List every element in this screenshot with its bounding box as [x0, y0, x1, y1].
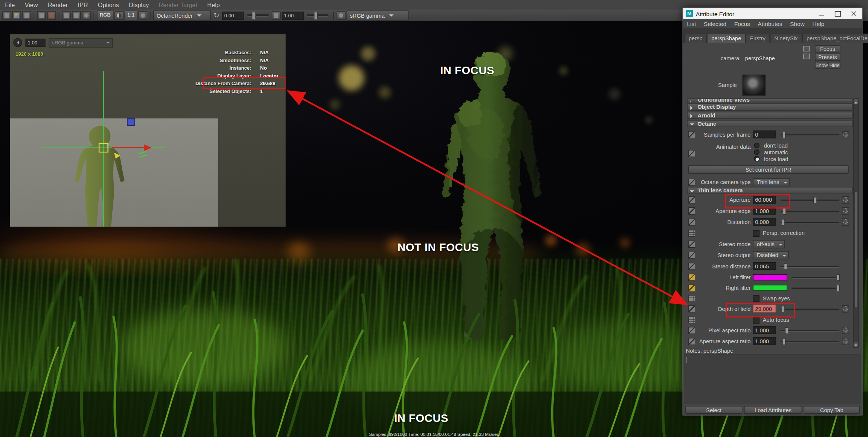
presets-button[interactable]: Presets — [815, 54, 840, 61]
snapshot-icon[interactable] — [82, 11, 91, 20]
left-filter-swatch[interactable] — [753, 274, 787, 280]
keep-image-icon[interactable] — [62, 11, 71, 20]
sample-swatch[interactable] — [742, 75, 766, 96]
minimize-button[interactable] — [814, 8, 830, 19]
remove-image-icon[interactable] — [72, 11, 81, 20]
gamma-slider[interactable] — [307, 14, 329, 17]
left-filter-slider[interactable] — [792, 277, 839, 279]
hide-button[interactable]: Hide — [829, 62, 840, 69]
octane-camera-type-dropdown[interactable]: Thin lens — [753, 178, 790, 186]
aperture-edge-field[interactable] — [753, 207, 776, 215]
menu-help[interactable]: Help — [202, 2, 225, 8]
set-current-for-ipr-button[interactable]: Set current for IPR — [688, 165, 848, 174]
contrast-icon[interactable] — [272, 11, 281, 20]
ae-menu-help[interactable]: Help — [808, 20, 828, 27]
one-to-one-button[interactable]: 1:1 — [125, 11, 138, 20]
section-arnold[interactable]: Arnold — [687, 112, 853, 119]
stereo-distance-slider[interactable] — [781, 266, 839, 268]
show-button[interactable]: Show — [815, 62, 828, 69]
attribute-editor-titlebar[interactable]: Attribute Editor — [683, 8, 862, 19]
stereo-output-dropdown[interactable]: Disabled — [753, 251, 789, 259]
aperture-field[interactable] — [753, 196, 776, 204]
aperture-slider[interactable] — [781, 199, 839, 201]
menu-display[interactable]: Display — [124, 2, 154, 8]
color-management-icon[interactable] — [336, 11, 345, 20]
pin-tab-icon[interactable] — [803, 54, 810, 59]
tab-firstry[interactable]: Firstry — [746, 34, 770, 43]
depth-of-field-field[interactable] — [753, 305, 776, 313]
alpha-channel-icon[interactable] — [115, 11, 124, 20]
tab-ninetysix[interactable]: NinetySix — [770, 34, 802, 43]
scroll-up-button[interactable] — [854, 99, 858, 104]
texture-map-button[interactable] — [842, 218, 849, 225]
tab-perspshape[interactable]: perspShape — [707, 34, 746, 43]
stereo-mode-dropdown[interactable]: off-axis — [753, 240, 785, 248]
tab-octfocaldepth[interactable]: perspShape_octFocalDepth — [802, 34, 868, 43]
ae-menu-focus[interactable]: Focus — [730, 20, 754, 27]
pause-icon[interactable] — [37, 11, 46, 20]
menu-view[interactable]: View — [20, 2, 43, 8]
load-attributes-button[interactable]: Load Attributes — [744, 406, 802, 414]
focus-button[interactable]: Focus — [815, 45, 840, 52]
stereo-distance-field[interactable] — [753, 262, 776, 270]
persp-correction-checkbox[interactable] — [753, 230, 760, 237]
gamma-field[interactable] — [282, 11, 304, 20]
aperture-edge-slider[interactable] — [781, 211, 839, 212]
section-thin-lens-camera[interactable]: Thin lens camera — [687, 187, 853, 194]
section-clipped[interactable]: Orthographic Views — [687, 99, 853, 102]
menu-ipr[interactable]: IPR — [73, 2, 93, 8]
scroll-down-button[interactable] — [854, 343, 858, 347]
aperture-aspect-ratio-field[interactable] — [753, 337, 776, 345]
swap-eyes-checkbox[interactable] — [753, 295, 760, 302]
inset-exposure-field[interactable] — [26, 38, 46, 47]
ae-menu-show[interactable]: Show — [786, 20, 808, 27]
inset-color-space-dropdown[interactable]: sRGB gamma — [49, 38, 113, 47]
refresh-icon[interactable]: ↻ — [212, 12, 221, 20]
texture-map-button[interactable] — [842, 131, 849, 138]
depth-of-field-slider[interactable] — [781, 309, 839, 310]
zoom-icon[interactable] — [138, 11, 147, 20]
section-octane[interactable]: Octane — [687, 120, 853, 127]
close-button[interactable] — [846, 8, 862, 19]
ipr-render-icon[interactable] — [22, 11, 31, 20]
radio-automatic[interactable] — [754, 149, 760, 155]
tab-persp[interactable]: persp — [684, 34, 707, 43]
radio-dont-load[interactable] — [754, 143, 760, 148]
render-icon[interactable] — [12, 11, 21, 20]
exposure-field[interactable] — [222, 11, 244, 20]
open-scene-icon[interactable] — [2, 11, 11, 20]
viewport-inset[interactable]: sRGB gamma 1920 x 1080 Backfaces: N/A Sm… — [10, 34, 286, 227]
notes-textarea[interactable] — [684, 355, 861, 404]
renderer-dropdown[interactable]: OctaneRender — [153, 11, 211, 20]
aperture-aspect-ratio-slider[interactable] — [781, 341, 839, 343]
maximize-button[interactable] — [830, 8, 846, 19]
copy-tab-icon[interactable] — [803, 46, 810, 52]
compound-attribute-icon[interactable] — [688, 295, 695, 302]
view-transform-dropdown[interactable]: sRGB gamma — [347, 11, 409, 20]
scrollbar-thumb[interactable] — [854, 191, 858, 308]
radio-force-load[interactable] — [754, 156, 760, 161]
ae-menu-attributes[interactable]: Attributes — [754, 20, 786, 27]
right-filter-slider[interactable] — [792, 288, 839, 289]
rgb-channels-button[interactable]: RGB — [97, 11, 113, 20]
menu-options[interactable]: Options — [93, 2, 124, 8]
select-button[interactable]: Select — [685, 406, 742, 414]
distortion-slider[interactable] — [781, 222, 839, 223]
attribute-scrollbar[interactable] — [853, 99, 859, 348]
texture-map-button[interactable] — [842, 207, 849, 215]
samples-per-frame-field[interactable] — [753, 131, 776, 139]
distortion-field[interactable] — [753, 218, 776, 226]
keyable-icon[interactable] — [688, 150, 695, 157]
texture-map-button[interactable] — [842, 196, 849, 204]
menu-file[interactable]: File — [0, 2, 20, 8]
pixel-aspect-ratio-slider[interactable] — [781, 330, 839, 332]
stop-render-icon[interactable] — [47, 11, 56, 20]
exposure-toggle-icon[interactable] — [13, 38, 22, 47]
auto-focus-checkbox[interactable] — [753, 317, 760, 324]
compound-attribute-icon[interactable] — [688, 316, 695, 323]
menu-render[interactable]: Render — [43, 2, 73, 8]
samples-per-frame-slider[interactable] — [781, 134, 839, 136]
pixel-aspect-ratio-field[interactable] — [753, 326, 776, 334]
exposure-slider[interactable] — [248, 14, 269, 17]
texture-map-button[interactable] — [842, 327, 849, 334]
